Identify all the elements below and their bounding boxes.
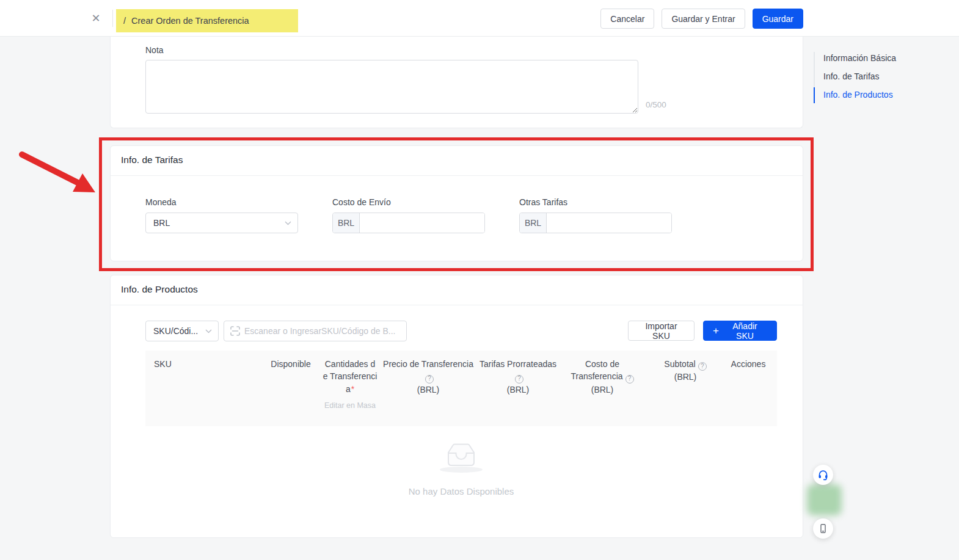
scan-sku-input[interactable]: Escanear o IngresarSKU/Código de B... xyxy=(224,321,407,341)
col-tarifas-unit: (BRL) xyxy=(479,384,557,396)
divider xyxy=(111,305,803,305)
bulk-edit-link[interactable]: Editar en Masa xyxy=(323,400,377,411)
tarifas-card: Info. de Tarifas Moneda BRL Costo de Env… xyxy=(110,145,803,261)
add-sku-label: Añadir SKU xyxy=(723,321,767,341)
otras-tarifas-currency-prefix: BRL xyxy=(520,213,547,233)
col-sku: SKU xyxy=(154,358,259,419)
required-asterisk: * xyxy=(351,384,354,394)
chevron-down-icon xyxy=(205,329,212,333)
costo-envio-currency-prefix: BRL xyxy=(333,213,360,233)
support-headset-button[interactable] xyxy=(813,465,833,485)
nota-char-counter: 0/500 xyxy=(646,100,666,109)
moneda-field: Moneda BRL xyxy=(145,197,298,233)
topbar: ✕ / Crear Orden de Transferencia Cancela… xyxy=(0,0,959,37)
otras-tarifas-group: BRL xyxy=(519,213,672,233)
tarifas-fields: Moneda BRL Costo de Envío BRL Otras Tari… xyxy=(145,197,672,233)
divider xyxy=(111,175,803,176)
help-icon[interactable]: ? xyxy=(425,375,434,384)
productos-title: Info. de Productos xyxy=(121,284,198,295)
headset-icon xyxy=(817,469,829,481)
annotation-arrow xyxy=(16,148,102,200)
col-subtotal-label: Subtotal xyxy=(664,359,695,369)
empty-inbox-icon xyxy=(444,440,478,468)
cancel-button[interactable]: Cancelar xyxy=(600,9,654,29)
col-precio-transferencia: Precio de Transferencia? (BRL) xyxy=(382,358,474,419)
add-sku-button[interactable]: + Añadir SKU xyxy=(703,321,777,341)
breadcrumb: / Crear Orden de Transferencia xyxy=(116,9,298,32)
nav-item-informacion-basica[interactable]: Información Básica xyxy=(814,49,896,67)
col-precio-label: Precio de Transferencia xyxy=(383,359,473,369)
save-and-enter-button[interactable]: Guardar y Entrar xyxy=(662,9,745,29)
costo-envio-group: BRL xyxy=(332,213,485,233)
breadcrumb-separator: / xyxy=(123,16,126,26)
moneda-label: Moneda xyxy=(145,197,298,207)
nota-label: Nota xyxy=(145,45,164,55)
col-acciones: Acciones xyxy=(728,358,768,419)
sku-type-value: SKU/Códi... xyxy=(153,326,198,336)
col-tarifas-label: Tarifas Prorrateadas xyxy=(480,359,556,369)
col-costo-label: Costo de Transferencia xyxy=(571,359,622,381)
otras-tarifas-field: Otras Tarifas BRL xyxy=(519,197,672,233)
plus-icon: + xyxy=(713,325,719,336)
phone-icon xyxy=(818,523,828,534)
help-icon[interactable]: ? xyxy=(698,362,707,371)
barcode-scan-icon xyxy=(230,326,240,336)
nav-item-info-tarifas[interactable]: Info. de Tarifas xyxy=(814,67,896,85)
otras-tarifas-label: Otras Tarifas xyxy=(519,197,672,207)
help-icon[interactable]: ? xyxy=(625,375,634,384)
col-precio-unit: (BRL) xyxy=(382,384,474,396)
section-anchor-nav: Información Básica Info. de Tarifas Info… xyxy=(814,49,896,104)
productos-toolbar: SKU/Códi... Escanear o IngresarSKU/Códig… xyxy=(145,321,777,341)
empty-state-text: No hay Datos Disponibles xyxy=(145,486,777,496)
tarifas-title: Info. de Tarifas xyxy=(121,155,183,165)
otras-tarifas-input[interactable] xyxy=(547,213,671,233)
col-subtotal-unit: (BRL) xyxy=(647,371,723,383)
help-icon[interactable]: ? xyxy=(515,375,523,384)
chevron-down-icon xyxy=(285,221,291,225)
nota-textarea[interactable] xyxy=(145,60,638,114)
scan-sku-placeholder: Escanear o IngresarSKU/Código de B... xyxy=(244,326,395,336)
breadcrumb-label: Crear Orden de Transferencia xyxy=(131,16,249,26)
products-table-header: SKU Disponible Cantidades de Transferenc… xyxy=(145,351,777,426)
topbar-divider xyxy=(112,10,113,27)
col-costo-unit: (BRL) xyxy=(562,384,643,396)
moneda-select[interactable]: BRL xyxy=(145,213,298,233)
import-sku-button[interactable]: Importar SKU xyxy=(628,321,695,341)
col-tarifas-prorrateadas: Tarifas Prorrateadas? (BRL) xyxy=(479,358,557,419)
sku-type-select[interactable]: SKU/Códi... xyxy=(145,321,219,341)
basic-info-card: Nota 0/500 xyxy=(110,37,803,128)
costo-envio-label: Costo de Envío xyxy=(332,197,485,207)
empty-state: No hay Datos Disponibles xyxy=(145,440,777,496)
costo-envio-field: Costo de Envío BRL xyxy=(332,197,485,233)
costo-envio-input[interactable] xyxy=(360,213,484,233)
col-disponible: Disponible xyxy=(264,358,318,419)
moneda-value: BRL xyxy=(153,218,170,228)
col-cantidades: Cantidades de Transferencia* Editar en M… xyxy=(323,358,377,419)
nav-item-info-productos[interactable]: Info. de Productos xyxy=(814,85,896,104)
nav-active-indicator xyxy=(814,87,815,103)
col-cantidades-label: Cantidades de Transferencia xyxy=(323,359,377,394)
green-blur-blob xyxy=(807,484,842,515)
col-costo-transferencia: Costo de Transferencia? (BRL) xyxy=(562,358,643,419)
topbar-actions: Cancelar Guardar y Entrar Guardar xyxy=(600,9,803,29)
productos-card: Info. de Productos SKU/Códi... Escanear … xyxy=(110,275,803,538)
mobile-app-button[interactable] xyxy=(813,518,833,539)
save-button[interactable]: Guardar xyxy=(753,9,803,29)
col-subtotal: Subtotal? (BRL) xyxy=(647,358,723,419)
close-icon[interactable]: ✕ xyxy=(88,10,104,26)
